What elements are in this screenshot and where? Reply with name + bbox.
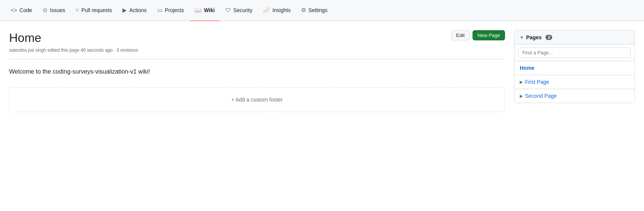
header-buttons: Edit New Page xyxy=(451,30,505,40)
wiki-icon: 📖 xyxy=(195,7,202,14)
pages-link-second-page[interactable]: Second Page xyxy=(525,93,557,99)
page-header: Home satendra pal singh edited this page… xyxy=(9,30,505,53)
sidebar: ▼ Pages 3 Home ▶ First Page ▶ Second xyxy=(514,30,635,112)
wiki-content: Welcome to the coding-surveys-visualizat… xyxy=(9,68,505,75)
new-page-button[interactable]: New Page xyxy=(473,30,505,40)
first-page-expand-icon: ▶ xyxy=(520,80,523,85)
nav-item-code[interactable]: <> Code xyxy=(6,0,37,21)
nav-label-projects: Projects xyxy=(165,7,184,13)
settings-icon: ⚙ xyxy=(301,7,306,14)
nav-label-insights: Insights xyxy=(272,7,290,13)
pages-list-item-second-page[interactable]: ▶ Second Page xyxy=(514,89,635,103)
nav-label-actions: Actions xyxy=(129,7,147,13)
nav-label-wiki: Wiki xyxy=(204,7,215,13)
nav-label-settings: Settings xyxy=(308,7,327,13)
pages-header-label: Pages xyxy=(526,34,542,40)
code-icon: <> xyxy=(11,7,17,13)
pages-list: Home ▶ First Page ▶ Second Page xyxy=(514,61,635,103)
issues-icon: ⊙ xyxy=(43,7,48,14)
nav-item-security[interactable]: 🛡 Security xyxy=(221,0,257,21)
pages-count-badge: 3 xyxy=(545,35,552,40)
page-title: Home xyxy=(9,30,138,45)
actions-icon: ▶ xyxy=(122,7,127,14)
nav-label-security: Security xyxy=(233,7,253,13)
nav-item-projects[interactable]: ▭ Projects xyxy=(153,0,188,21)
pull-requests-icon: ⑂ xyxy=(76,7,79,13)
nav-item-insights[interactable]: 📈 Insights xyxy=(258,0,295,21)
pages-list-item-home[interactable]: Home xyxy=(514,61,635,75)
pages-link-first-page[interactable]: First Page xyxy=(525,79,549,85)
nav-item-issues[interactable]: ⊙ Issues xyxy=(38,0,69,21)
second-page-expand-icon: ▶ xyxy=(520,94,523,99)
nav-label-code: Code xyxy=(20,7,32,13)
nav-item-pull-requests[interactable]: ⑂ Pull requests xyxy=(71,0,116,21)
pages-search-container xyxy=(514,45,635,61)
insights-icon: 📈 xyxy=(263,7,270,14)
nav-item-wiki[interactable]: 📖 Wiki xyxy=(190,0,219,21)
nav-item-settings[interactable]: ⚙ Settings xyxy=(297,0,332,21)
pages-panel: ▼ Pages 3 Home ▶ First Page ▶ Second xyxy=(514,30,635,103)
security-icon: 🛡 xyxy=(225,7,231,13)
content-area: Home satendra pal singh edited this page… xyxy=(9,30,505,112)
pages-search-input[interactable] xyxy=(518,48,631,58)
page-title-section: Home satendra pal singh edited this page… xyxy=(9,30,138,53)
page-meta: satendra pal singh edited this page 40 s… xyxy=(9,48,138,53)
content-divider xyxy=(9,59,505,59)
pages-header[interactable]: ▼ Pages 3 xyxy=(514,31,635,45)
top-nav: <> Code ⊙ Issues ⑂ Pull requests ▶ Actio… xyxy=(0,0,644,21)
nav-label-pull-requests: Pull requests xyxy=(81,7,112,13)
pages-chevron-icon: ▼ xyxy=(520,35,524,40)
pages-list-item-first-page[interactable]: ▶ First Page xyxy=(514,75,635,89)
add-footer-label: + Add a custom footer xyxy=(231,97,283,103)
edit-button[interactable]: Edit xyxy=(451,30,469,40)
main-container: Home satendra pal singh edited this page… xyxy=(0,21,644,112)
nav-item-actions[interactable]: ▶ Actions xyxy=(118,0,151,21)
pages-link-home[interactable]: Home xyxy=(520,65,534,71)
projects-icon: ▭ xyxy=(157,7,162,14)
add-footer-box[interactable]: + Add a custom footer xyxy=(9,87,505,112)
nav-label-issues: Issues xyxy=(50,7,65,13)
wiki-text: Welcome to the coding-surveys-visualizat… xyxy=(9,68,505,75)
